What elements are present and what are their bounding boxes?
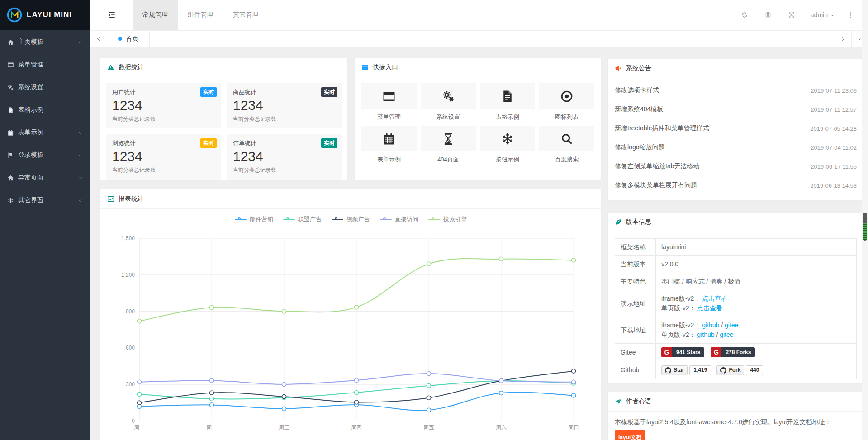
calendar-icon xyxy=(382,132,396,146)
refresh-icon xyxy=(741,11,748,19)
tab-item-home[interactable]: 首页 xyxy=(107,31,150,47)
quick-entry[interactable]: 百度搜索 xyxy=(539,126,594,168)
svg-text:300: 300 xyxy=(126,381,135,388)
card-title: 报表统计 xyxy=(119,195,144,203)
gitee-logo: G xyxy=(711,347,721,357)
dot-circle-icon xyxy=(560,90,574,103)
version-value: 零门槛 / 响应式 / 清爽 / 极简 xyxy=(661,278,740,285)
sidebar-item[interactable]: 菜单管理 xyxy=(0,53,90,76)
stat-caption: 当前分类总记录数 xyxy=(112,115,215,123)
clear-cache-button[interactable] xyxy=(756,11,780,19)
quick-entry[interactable]: 系统设置 xyxy=(421,83,476,126)
quick-entry[interactable]: 表单示例 xyxy=(361,126,417,168)
gitee-badge[interactable]: G941 Stars xyxy=(661,347,704,357)
quick-entry-label: 按钮示例 xyxy=(480,156,535,164)
github-badge[interactable]: Star1,419 xyxy=(661,365,711,375)
chart-legend: 邮件营销 联盟广告 视频广告 直接访问 搜索引擎 xyxy=(100,214,601,224)
link[interactable]: github xyxy=(697,331,714,338)
tab-scroll-left-button[interactable] xyxy=(90,31,107,47)
brand-logo[interactable]: LAYUI MINI xyxy=(0,0,90,30)
quick-entry[interactable]: 图标列表 xyxy=(539,83,594,126)
stat-label: 浏览统计 xyxy=(112,139,215,147)
octocat-icon xyxy=(665,367,671,374)
stat-box: 用户统计 实时 1234 当前分类总记录数 xyxy=(106,83,221,128)
quick-entry[interactable]: 菜单管理 xyxy=(361,83,417,126)
legend-item[interactable]: 联盟广告 xyxy=(283,215,322,223)
announcement-title: 修改logo缩放问题 xyxy=(615,143,664,151)
page-tabbar: 首页 xyxy=(90,31,868,47)
window-icon xyxy=(7,62,14,68)
link[interactable]: github xyxy=(702,322,719,329)
more-menu-button[interactable] xyxy=(843,11,858,19)
legend-marker xyxy=(332,217,343,222)
sidebar-menu: 主页模板 菜单管理 系统设置 表格示例 表单示例 登录模板 异常页面 其它界面 xyxy=(0,30,90,212)
user-menu[interactable]: admin xyxy=(803,11,843,19)
version-row: 演示地址iframe版-v2： 点击查看单页版-v2： 点击查看 xyxy=(615,290,857,317)
chevron-down-icon xyxy=(77,198,83,203)
version-label: Github xyxy=(615,361,656,379)
chevron-left-icon xyxy=(95,36,102,42)
sidebar-item-label: 系统设置 xyxy=(18,83,43,91)
legend-item[interactable]: 搜索引擎 xyxy=(428,215,467,223)
sidebar-item[interactable]: 登录模板 xyxy=(0,144,90,166)
nav-tab[interactable]: 组件管理 xyxy=(178,0,223,30)
chev-right-icon xyxy=(840,36,846,42)
tab-items: 首页 xyxy=(107,31,150,47)
svg-text:周日: 周日 xyxy=(568,424,579,431)
window-scrollbar-thumb[interactable] xyxy=(863,213,867,241)
nav-tab[interactable]: 其它管理 xyxy=(223,0,268,30)
version-row: 当前版本v2.0.0 xyxy=(615,256,857,273)
svg-text:900: 900 xyxy=(126,308,135,315)
chevron-down-icon xyxy=(77,39,83,45)
tab-control-chev-right[interactable] xyxy=(835,31,851,47)
window-scrollbar-track[interactable] xyxy=(862,0,868,440)
quick-entry[interactable]: 表格示例 xyxy=(480,83,535,126)
sidebar-item[interactable]: 表格示例 xyxy=(0,99,90,121)
quick-entry-label: 404页面 xyxy=(421,156,476,164)
github-badge[interactable]: Fork440 xyxy=(716,365,763,375)
stat-label: 用户统计 xyxy=(112,88,215,96)
card-data-stats: 数据统计 用户统计 实时 1234 当前分类总记录数 商品统计 实时 1234 … xyxy=(100,58,347,180)
svg-text:周二: 周二 xyxy=(206,424,217,431)
fullscreen-button[interactable] xyxy=(780,11,803,19)
tab-active-dot xyxy=(118,37,122,41)
link[interactable]: 点击查看 xyxy=(697,304,722,312)
sidebar-item[interactable]: 主页模板 xyxy=(0,31,90,53)
version-link-line: 单页版-v2： 点击查看 xyxy=(661,303,851,313)
nav-tab[interactable]: 常规管理 xyxy=(133,0,178,30)
quick-entry[interactable]: 404页面 xyxy=(421,126,476,168)
main-content: 数据统计 用户统计 实时 1234 当前分类总记录数 商品统计 实时 1234 … xyxy=(90,47,868,440)
sidebar-item[interactable]: 异常页面 xyxy=(0,166,90,189)
hourglass-icon xyxy=(441,132,455,146)
stat-value: 1234 xyxy=(112,149,215,164)
quick-grid: 菜单管理 系统设置 表格示例 图标列表 表单示例 404页面 按钮示例 百度搜索 xyxy=(355,77,601,174)
quick-entry[interactable]: 按钮示例 xyxy=(480,126,535,168)
link[interactable]: gitee xyxy=(720,331,733,338)
home-icon xyxy=(7,175,14,181)
snowflake-icon xyxy=(7,197,14,204)
stat-value: 1234 xyxy=(233,149,336,164)
version-link-line: iframe版-v2： 点击查看 xyxy=(661,294,851,303)
version-row: GithubStar1,419Fork440 xyxy=(615,361,857,379)
version-table: 框架名称layuimini当前版本v2.0.0主要特色零门槛 / 响应式 / 清… xyxy=(615,238,857,379)
sidebar-item[interactable]: 表单示例 xyxy=(0,121,90,144)
link[interactable]: gitee xyxy=(725,322,738,329)
legend-item[interactable]: 视频广告 xyxy=(332,215,370,223)
stat-value: 1234 xyxy=(233,98,336,113)
sidebar-item[interactable]: 其它界面 xyxy=(0,189,90,212)
card-title: 数据统计 xyxy=(119,63,144,71)
announcement-row: 修改logo缩放问题 2019-07-04 11:02 xyxy=(615,138,857,157)
svg-text:周六: 周六 xyxy=(496,424,507,431)
refresh-button[interactable] xyxy=(733,11,756,19)
sidebar-item-label: 异常页面 xyxy=(18,174,43,182)
link[interactable]: 点击查看 xyxy=(702,295,727,302)
layui-doc-badge[interactable]: layui文档 xyxy=(615,430,645,440)
expand-icon xyxy=(788,11,795,19)
legend-item[interactable]: 邮件营销 xyxy=(235,215,273,223)
gitee-badge[interactable]: G278 Forks xyxy=(711,347,755,357)
sidebar-item[interactable]: 系统设置 xyxy=(0,76,90,99)
version-tbody: 框架名称layuimini当前版本v2.0.0主要特色零门槛 / 响应式 / 清… xyxy=(615,239,857,379)
collapse-sidebar-button[interactable] xyxy=(90,0,133,30)
legend-item[interactable]: 直接访问 xyxy=(380,215,418,223)
version-label: 下载地址 xyxy=(615,317,656,344)
